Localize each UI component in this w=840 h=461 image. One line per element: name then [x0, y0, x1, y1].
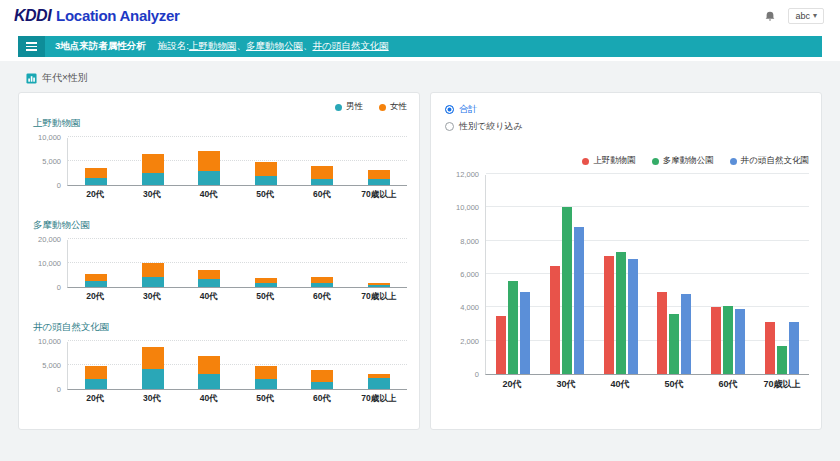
bar: [604, 256, 614, 374]
bar-segment: [198, 151, 220, 171]
facility-link-inokashira[interactable]: 井の頭自然文化園: [312, 40, 388, 53]
stacked-bar: [142, 154, 164, 185]
bar: [681, 294, 691, 374]
stacked-bar: [142, 263, 164, 287]
bell-icon[interactable]: [764, 10, 776, 23]
y-axis: 010,00020,000: [31, 240, 67, 288]
x-axis-label: 50代: [237, 186, 294, 201]
bar-segment: [85, 274, 107, 281]
bar-group: [711, 306, 745, 374]
caret-down-icon: ▾: [813, 12, 817, 20]
header-actions: abc ▾: [764, 8, 824, 24]
legend-item-tama[interactable]: 多摩動物公園: [652, 155, 714, 167]
x-axis-label: 30代: [124, 288, 181, 303]
chart-title: 多摩動物公園: [33, 219, 407, 232]
bar: [789, 322, 799, 374]
bar-group: [496, 281, 530, 374]
bar-segment: [311, 166, 333, 179]
legend-label: 男性: [346, 101, 363, 113]
bar-segment: [368, 285, 390, 287]
user-label: abc: [795, 11, 810, 21]
stacked-bar: [255, 366, 277, 389]
facility-link-tama[interactable]: 多摩動物公園: [246, 40, 303, 53]
radio-label: 合計: [459, 103, 477, 116]
bar: [711, 307, 721, 374]
y-tick-label: 8,000: [460, 237, 479, 246]
y-tick-label: 5,000: [42, 361, 61, 370]
y-tick-label: 0: [57, 283, 61, 292]
legend-item-ueno[interactable]: 上野動物園: [582, 155, 636, 167]
y-axis: 02,0004,0006,0008,00010,00012,000: [443, 175, 485, 375]
stacked-chart: 井の頭自然文化園05,00010,00020代30代40代50代60代70歳以上: [31, 321, 407, 405]
x-axis-label: 50代: [647, 375, 701, 391]
legend-item-female[interactable]: 女性: [379, 101, 407, 113]
bar-segment: [198, 171, 220, 185]
separator: 、: [236, 40, 246, 53]
bar-segment: [255, 379, 277, 389]
bar-group: [550, 207, 584, 374]
bar-segment: [142, 277, 164, 287]
bar-segment: [255, 283, 277, 287]
legend-item-inokashira[interactable]: 井の頭自然文化園: [730, 155, 809, 167]
bar-segment: [255, 162, 277, 177]
stacked-bar: [255, 278, 277, 287]
bar: [616, 252, 626, 374]
legend-label: 上野動物園: [593, 155, 636, 167]
radio-total[interactable]: 合計: [445, 103, 809, 116]
bar: [669, 314, 679, 374]
bar-segment: [311, 179, 333, 185]
bar-segment: [255, 366, 277, 379]
facility-prefix: 施設名:: [158, 40, 189, 53]
bar-segment: [85, 281, 107, 287]
bar-segment: [85, 168, 107, 178]
bar-segment: [368, 378, 390, 389]
stacked-bar: [255, 162, 277, 186]
bar: [520, 292, 530, 374]
bar-segment: [311, 283, 333, 287]
x-axis-label: 50代: [237, 390, 294, 405]
bar: [777, 346, 787, 374]
bar: [574, 227, 584, 374]
gender-legend: 男性 女性: [31, 101, 407, 113]
legend-item-male[interactable]: 男性: [335, 101, 363, 113]
x-axis-label: 70歳以上: [350, 288, 407, 303]
y-tick-label: 10,000: [38, 337, 61, 346]
x-axis-label: 40代: [180, 186, 237, 201]
bar-segment: [142, 347, 164, 369]
product-name: Location Analyzer: [56, 7, 180, 24]
bar: [496, 316, 506, 374]
bar-segment: [368, 179, 390, 185]
male-color-dot: [335, 104, 342, 111]
bar-segment: [198, 270, 220, 280]
total-chart-panel: 合計 性別で絞り込み 上野動物園 多摩動物公園: [430, 92, 822, 430]
bar-group: [765, 322, 799, 374]
x-axis-label: 40代: [180, 390, 237, 405]
bar: [735, 309, 745, 374]
stacked-bar: [142, 347, 164, 389]
separator: 、: [303, 40, 313, 53]
app-window: KDDI Location Analyzer abc ▾ 3地点来訪者属性分析 …: [0, 0, 840, 461]
nav-bar: 3地点来訪者属性分析 施設名: 上野動物園 、 多摩動物公園 、 井の頭自然文化…: [18, 36, 822, 57]
radio-filter-by-gender[interactable]: 性別で絞り込み: [445, 120, 809, 133]
bar-chart-icon: [26, 73, 37, 84]
tama-color-dot: [652, 158, 659, 165]
stacked-bar: [368, 374, 390, 389]
facility-link-ueno[interactable]: 上野動物園: [189, 40, 237, 53]
y-tick-label: 0: [57, 181, 61, 190]
stacked-bar: [85, 366, 107, 390]
user-menu[interactable]: abc ▾: [788, 8, 824, 24]
y-tick-label: 10,000: [456, 203, 479, 212]
analysis-title: 3地点来訪者属性分析: [55, 40, 146, 53]
hamburger-menu-button[interactable]: [18, 36, 45, 57]
chart-title: 上野動物園: [33, 117, 407, 130]
x-axis-label: 30代: [124, 186, 181, 201]
x-axis-label: 70歳以上: [350, 186, 407, 201]
bar-segment: [142, 173, 164, 185]
legend-label: 多摩動物公園: [663, 155, 714, 167]
x-axis-label: 70歳以上: [755, 375, 809, 391]
x-axis-label: 40代: [180, 288, 237, 303]
bar-segment: [85, 178, 107, 185]
y-axis: 05,00010,000: [31, 138, 67, 186]
plot-area: [67, 138, 407, 186]
y-tick-label: 2,000: [460, 337, 479, 346]
